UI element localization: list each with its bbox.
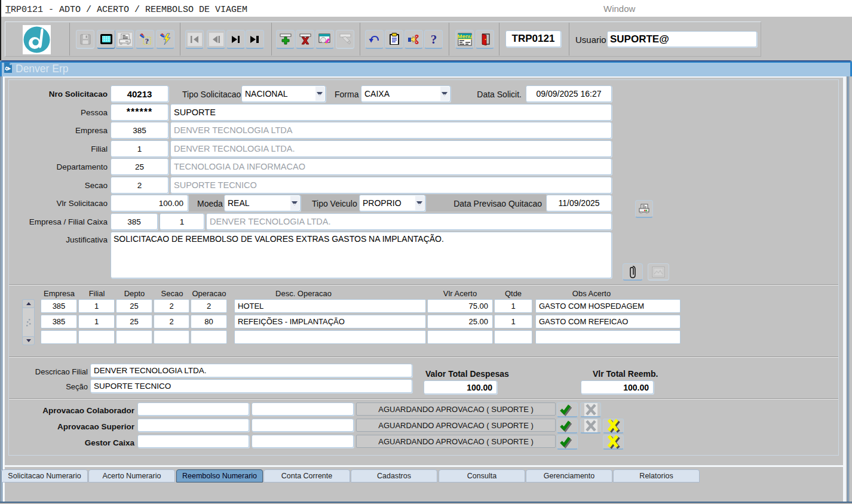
svg-text:?: ? <box>430 33 437 46</box>
svg-text:Menu: Menu <box>458 33 472 39</box>
svg-text:?: ? <box>145 36 149 45</box>
